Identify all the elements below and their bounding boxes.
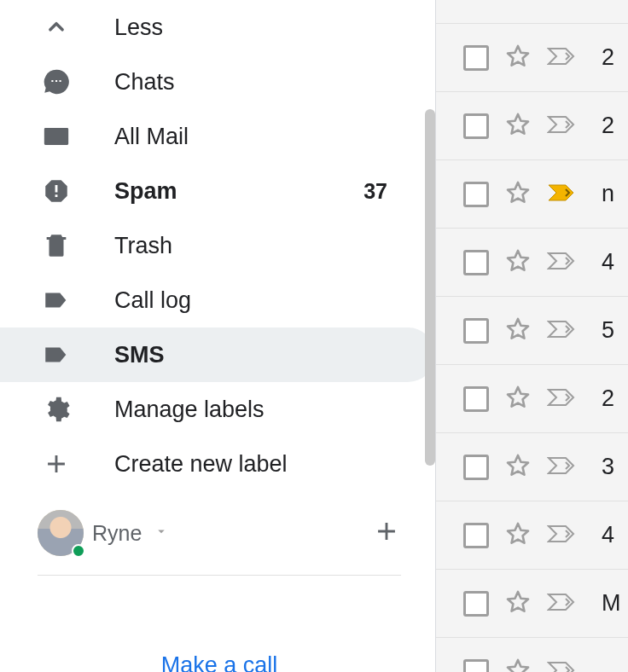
sidebar: LessChatsAll MailSpam37TrashCall logSMSM… xyxy=(0,0,435,672)
mail-sender-fragment: 2 xyxy=(602,113,614,139)
chevron-up-icon xyxy=(41,12,72,43)
star-icon[interactable] xyxy=(504,179,532,210)
mail-sender-fragment: M xyxy=(602,590,621,617)
importance-icon[interactable] xyxy=(547,660,581,673)
mail-sender-fragment: 4 xyxy=(602,522,614,548)
sidebar-item-label: All Mail xyxy=(114,124,435,150)
hangouts-username: Ryne xyxy=(92,521,142,546)
star-icon[interactable] xyxy=(504,588,532,619)
mail-row[interactable]: 2 xyxy=(436,92,628,160)
sidebar-item-sms[interactable]: SMS xyxy=(0,327,435,382)
sidebar-item-all-mail[interactable]: All Mail xyxy=(0,109,435,164)
sidebar-item-spam[interactable]: Spam37 xyxy=(0,164,435,218)
mail-sender-fragment: 2 xyxy=(602,44,614,71)
mail-row[interactable]: 2 xyxy=(436,365,628,433)
importance-icon[interactable] xyxy=(547,114,581,138)
importance-icon[interactable] xyxy=(547,182,581,206)
importance-icon[interactable] xyxy=(547,319,581,343)
sidebar-item-create-new-label[interactable]: Create new label xyxy=(0,437,435,491)
make-a-call-link[interactable]: Make a call xyxy=(38,652,401,672)
hangouts-new-button[interactable] xyxy=(372,517,401,549)
mail-row[interactable]: M xyxy=(436,570,628,638)
sidebar-item-less[interactable]: Less xyxy=(0,0,435,55)
mail-row[interactable]: 4 xyxy=(436,229,628,297)
sidebar-item-label: Create new label xyxy=(114,451,435,478)
mail-sender-fragment: 3 xyxy=(602,454,614,480)
star-icon[interactable] xyxy=(504,247,532,278)
mail-row[interactable]: 2 xyxy=(436,24,628,92)
mail-checkbox[interactable] xyxy=(463,250,489,275)
mail-sender-fragment: 2 xyxy=(602,385,614,412)
star-icon[interactable] xyxy=(504,657,532,673)
hangouts-user-button[interactable]: Ryne xyxy=(38,510,169,556)
star-icon[interactable] xyxy=(504,452,532,483)
presence-indicator xyxy=(72,544,85,558)
label-icon xyxy=(41,339,72,370)
sidebar-nav: LessChatsAll MailSpam37TrashCall logSMSM… xyxy=(0,0,435,491)
trash-icon xyxy=(41,230,72,261)
mail-checkbox[interactable] xyxy=(463,113,489,139)
mail-checkbox[interactable] xyxy=(463,386,489,412)
sidebar-scrollbar[interactable] xyxy=(425,109,435,466)
chat-icon xyxy=(41,67,72,97)
star-icon[interactable] xyxy=(504,520,532,551)
mail-row[interactable]: 5 xyxy=(436,297,628,365)
mail-checkbox[interactable] xyxy=(463,523,489,548)
mail-checkbox[interactable] xyxy=(463,659,489,673)
sidebar-item-label: SMS xyxy=(114,342,435,368)
sidebar-item-label: Manage labels xyxy=(114,397,435,423)
mail-icon xyxy=(41,121,72,152)
star-icon[interactable] xyxy=(504,384,532,414)
sidebar-item-call-log[interactable]: Call log xyxy=(0,273,435,327)
sidebar-item-label: Call log xyxy=(114,287,435,314)
importance-icon[interactable] xyxy=(547,455,581,479)
star-icon[interactable] xyxy=(504,316,532,346)
sidebar-item-label: Spam xyxy=(114,178,363,205)
mail-row[interactable]: 4 xyxy=(436,501,628,570)
mail-checkbox[interactable] xyxy=(463,455,489,480)
importance-icon[interactable] xyxy=(547,46,581,70)
mail-checkbox[interactable] xyxy=(463,591,489,617)
sidebar-item-trash[interactable]: Trash xyxy=(0,218,435,273)
importance-icon[interactable] xyxy=(547,524,581,547)
sidebar-item-label: Chats xyxy=(114,69,435,96)
mail-checkbox[interactable] xyxy=(463,182,489,207)
sidebar-item-count: 37 xyxy=(363,179,387,204)
avatar xyxy=(38,510,84,556)
sidebar-item-label: Less xyxy=(114,14,435,41)
importance-icon[interactable] xyxy=(547,387,581,411)
star-icon[interactable] xyxy=(504,43,532,73)
importance-icon[interactable] xyxy=(547,592,581,616)
mail-checkbox[interactable] xyxy=(463,318,489,344)
gear-icon xyxy=(41,394,72,425)
mail-row-partial xyxy=(436,0,628,24)
star-icon[interactable] xyxy=(504,111,532,142)
mail-row[interactable]: n xyxy=(436,160,628,229)
mail-row[interactable] xyxy=(436,638,628,672)
sidebar-item-chats[interactable]: Chats xyxy=(0,55,435,109)
mail-checkbox[interactable] xyxy=(463,45,489,71)
spam-icon xyxy=(41,176,72,206)
plus-icon xyxy=(41,449,72,479)
mail-sender-fragment: 4 xyxy=(602,249,614,275)
mail-sender-fragment: n xyxy=(602,181,614,207)
chevron-down-icon xyxy=(154,524,169,542)
sidebar-item-manage-labels[interactable]: Manage labels xyxy=(0,382,435,437)
hangouts-divider xyxy=(38,575,401,576)
mail-list: 22n45234M xyxy=(435,0,628,672)
label-icon xyxy=(41,285,72,316)
hangouts-panel: Ryne Make a call xyxy=(0,493,435,672)
sidebar-item-label: Trash xyxy=(114,233,435,259)
mail-sender-fragment: 5 xyxy=(602,317,614,344)
importance-icon[interactable] xyxy=(547,251,581,275)
mail-row[interactable]: 3 xyxy=(436,433,628,501)
